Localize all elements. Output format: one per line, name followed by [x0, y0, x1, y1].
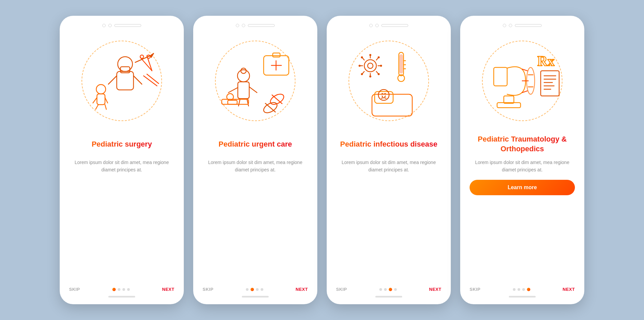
svg-line-50: [363, 71, 364, 73]
svg-point-54: [378, 56, 380, 58]
svg-line-65: [385, 96, 385, 97]
camera-dot-3: [369, 24, 373, 27]
card-urgent-care: Pediatric urgent care Lorem ipsum dolor …: [193, 16, 317, 304]
nav-dots-traumatology: [513, 288, 530, 291]
dot-0: [112, 288, 116, 291]
svg-line-2: [108, 76, 117, 84]
svg-point-55: [380, 65, 382, 67]
svg-line-7: [93, 98, 97, 103]
card-desc-infectious: Lorem ipsum dolor sit dim amet, mea regi…: [336, 159, 441, 174]
speaker-bar: [114, 24, 141, 27]
next-button-urgent[interactable]: NEXT: [296, 287, 308, 292]
speaker-dot: [108, 24, 112, 27]
svg-point-59: [359, 65, 361, 67]
card-infectious: Pediatric infectious disease Lorem ipsum…: [327, 16, 451, 304]
svg-rect-25: [238, 82, 249, 99]
svg-point-23: [237, 70, 250, 82]
dot-3b: [261, 288, 263, 291]
card-nav-urgent: SKIP NEXT: [203, 283, 308, 292]
svg-point-5: [96, 85, 106, 94]
next-button-traumatology[interactable]: NEXT: [562, 287, 575, 292]
svg-point-53: [369, 54, 371, 56]
phone-top-bar-3: [369, 24, 408, 27]
svg-point-58: [361, 73, 363, 75]
card-desc-traumatology: Lorem ipsum dolor sit dim amet, mea regi…: [470, 159, 575, 174]
svg-line-28: [238, 99, 240, 106]
svg-line-48: [376, 71, 378, 73]
dot-3: [127, 288, 130, 291]
dot-2b: [256, 288, 259, 291]
card-title-infectious: Pediatric infectious disease: [340, 135, 437, 154]
dot-2c: [389, 288, 392, 291]
card-nav-infectious: SKIP NEXT: [336, 283, 441, 292]
traumatology-svg: Rx: [479, 37, 566, 124]
card-title-traumatology: Pediatric Traumatology & Orthopedics: [470, 135, 575, 154]
dot-1d: [518, 288, 520, 291]
dot-2d: [522, 288, 525, 291]
svg-point-57: [369, 75, 371, 77]
card-traumatology: Rx: [460, 16, 584, 304]
phone-top-bar-4: [503, 24, 542, 27]
card-surgery: Pediatric surgery Lorem ipsum dolor sit …: [60, 16, 184, 304]
svg-line-27: [249, 87, 257, 93]
skip-button-infectious[interactable]: SKIP: [336, 287, 347, 292]
next-button-surgery[interactable]: NEXT: [162, 287, 174, 292]
bottom-handle: [108, 296, 135, 298]
svg-line-46: [376, 58, 378, 60]
bottom-handle-2: [242, 296, 269, 298]
card-nav-traumatology: SKIP NEXT: [470, 283, 575, 292]
card-title-surgery: Pediatric surgery: [92, 135, 152, 154]
phone-top-bar-2: [236, 24, 275, 27]
svg-text:Rx: Rx: [537, 53, 554, 69]
speaker-bar-4: [515, 24, 542, 27]
svg-rect-6: [97, 94, 105, 105]
svg-rect-73: [494, 67, 507, 86]
nav-dots-infectious: [379, 288, 397, 291]
illustration-infectious: [342, 31, 436, 131]
svg-line-18: [147, 74, 159, 84]
camera-dot: [102, 24, 106, 27]
skip-button-surgery[interactable]: SKIP: [69, 287, 80, 292]
dot-0b: [246, 288, 249, 291]
svg-rect-61: [372, 94, 412, 116]
dot-0c: [379, 288, 382, 291]
nav-dots-urgent: [246, 288, 263, 291]
learn-more-button[interactable]: Learn more: [470, 180, 575, 195]
skip-button-urgent[interactable]: SKIP: [203, 287, 213, 292]
dot-0d: [513, 288, 516, 291]
bottom-handle-3: [375, 296, 402, 298]
surgery-svg: [78, 37, 165, 124]
svg-line-10: [105, 105, 106, 109]
svg-rect-20: [273, 53, 280, 57]
svg-line-52: [363, 58, 364, 60]
svg-line-3: [133, 76, 142, 84]
svg-point-43: [364, 60, 376, 72]
svg-line-9: [96, 105, 98, 109]
dot-1: [118, 288, 120, 291]
phone-top-bar: [102, 24, 141, 27]
camera-dot-2: [236, 24, 239, 27]
svg-rect-67: [541, 71, 559, 96]
next-button-infectious[interactable]: NEXT: [429, 287, 441, 292]
svg-point-0: [118, 57, 132, 71]
svg-point-60: [361, 56, 363, 58]
svg-rect-1: [117, 71, 133, 90]
illustration-urgent: [208, 31, 302, 131]
nav-dots-surgery: [112, 288, 130, 291]
speaker-bar-3: [381, 24, 408, 27]
dot-2: [122, 288, 125, 291]
camera-dot-4: [503, 24, 506, 27]
svg-point-56: [378, 73, 380, 75]
svg-marker-16: [150, 53, 154, 57]
svg-rect-32: [228, 100, 237, 104]
dot-3d: [527, 288, 530, 291]
illustration-surgery: [75, 31, 169, 131]
bottom-handle-4: [509, 296, 536, 298]
urgent-care-svg: [212, 37, 299, 124]
infectious-svg: [345, 37, 432, 124]
card-title-urgent: Pediatric urgent care: [219, 135, 292, 154]
svg-line-26: [228, 88, 238, 93]
dot-1c: [384, 288, 387, 291]
svg-point-24: [241, 68, 246, 73]
skip-button-traumatology[interactable]: SKIP: [470, 287, 480, 292]
